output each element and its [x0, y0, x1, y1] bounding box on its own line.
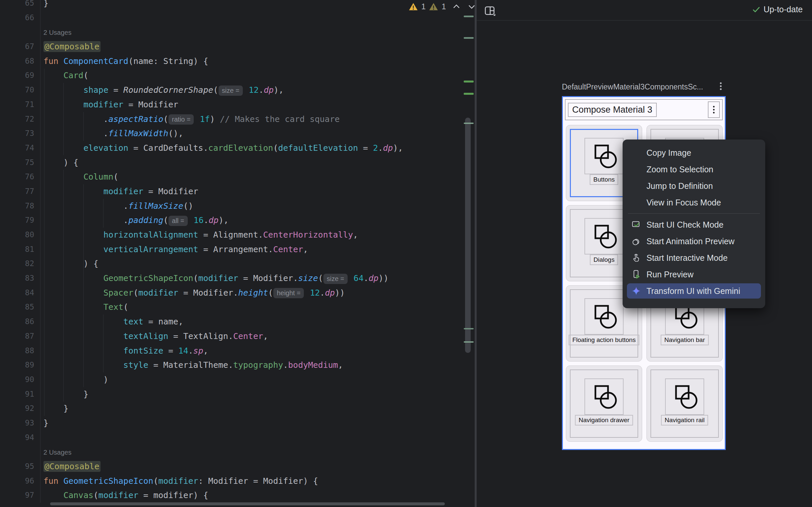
code-line: 83 GeometricShapeIcon(modifier = Modifie…	[0, 271, 475, 286]
inlay-hint-chip: size =	[323, 274, 348, 284]
inlay-hint-chip: height =	[273, 288, 304, 298]
line-number: 80	[0, 228, 41, 242]
line-number: 88	[0, 344, 41, 358]
line-number	[0, 445, 41, 459]
preview-title-row: DefaultPreviewMaterial3ComponentsSc...	[562, 81, 726, 93]
line-number: 70	[0, 83, 41, 98]
line-number: 74	[0, 141, 41, 155]
code-line: 87 textAlign = TextAlign.Center,	[0, 329, 475, 344]
error-stripe-mark	[464, 15, 474, 17]
inspection-widget[interactable]: 1 1	[409, 2, 475, 11]
preview-appbar: Compose Material 3	[565, 99, 723, 120]
error-stripe-mark	[464, 37, 474, 39]
code-line: 84 Spacer(modifier = Modifier.height(hei…	[0, 286, 475, 300]
preview-context-menu: Copy ImageZoom to SelectionJump to Defin…	[623, 139, 765, 308]
menu-item-start-ui-check-mode[interactable]: Start UI Check Mode	[623, 216, 765, 233]
sync-status: Up-to-date	[752, 5, 803, 14]
next-issue-chevron-icon[interactable]	[467, 2, 475, 11]
line-number: 97	[0, 488, 41, 503]
menu-item-run-preview[interactable]: Run Preview	[623, 266, 765, 283]
preview-options-kebab-icon[interactable]	[716, 81, 726, 93]
code-line: 97 Canvas(modifier = modifier) {	[0, 488, 475, 503]
component-label: Dialogs	[590, 255, 618, 265]
code-line: 81 verticalArrangement = Arrangement.Cen…	[0, 242, 475, 257]
code-line: 96fun GeometricShapeIcon(modifier: Modif…	[0, 474, 475, 489]
line-number: 91	[0, 387, 41, 402]
component-cell-navigation-drawer[interactable]: Navigation drawer	[566, 365, 642, 442]
component-label: Floating action buttons	[568, 335, 639, 345]
line-number: 90	[0, 373, 41, 387]
menu-item-start-animation-preview[interactable]: Start Animation Preview	[623, 233, 765, 249]
menu-item-label: Copy Image	[647, 148, 691, 158]
menu-item-label: Transform UI with Gemini	[647, 286, 740, 296]
code-line: 69 Card(	[0, 68, 475, 83]
editor-horizontal-scrollbar[interactable]	[50, 502, 445, 505]
code-line: 77 modifier = Modifier	[0, 184, 475, 199]
geometric-shape-icon	[585, 298, 623, 335]
menu-item-transform-ui-with-gemini[interactable]: Transform UI with Gemini	[623, 283, 765, 299]
menu-item-label: View in Focus Mode	[647, 198, 721, 208]
code-line: 70 shape = RoundedCornerShape(size = 12.…	[0, 83, 475, 98]
geometric-shape-icon	[585, 218, 623, 255]
sync-status-label: Up-to-date	[764, 5, 803, 14]
warning-count: 1	[421, 2, 425, 11]
menu-item-copy-image[interactable]: Copy Image	[623, 145, 765, 161]
error-stripe-mark	[464, 328, 474, 329]
editor-scrollbar-thumb[interactable]	[465, 118, 471, 353]
layout-mode-button[interactable]	[483, 4, 497, 18]
code-line: 67@Composable	[0, 40, 475, 54]
menu-item-jump-to-definition[interactable]: Jump to Definition	[623, 178, 765, 194]
geometric-shape-icon	[585, 379, 623, 415]
code-line: 76 Column(	[0, 170, 475, 184]
animation-icon	[631, 236, 641, 246]
editor-code: 65}662 Usages67@Composable68fun Componen…	[0, 0, 475, 503]
editor-scrollbar-track[interactable]	[452, 0, 463, 507]
code-line: 72 .aspectRatio(ratio = 1f) // Makes the…	[0, 112, 475, 127]
code-line: 93}	[0, 416, 475, 431]
code-line: 79 .padding(all = 16.dp),	[0, 213, 475, 228]
usage-hint-row: 2 Usages	[0, 25, 475, 40]
line-number: 77	[0, 184, 41, 199]
line-number: 66	[0, 11, 41, 25]
line-number: 68	[0, 54, 41, 69]
code-line: 91 }	[0, 387, 475, 402]
line-number: 79	[0, 213, 41, 228]
error-stripe-mark	[464, 93, 474, 95]
weak-warning-icon	[429, 2, 438, 11]
menu-item-label: Jump to Definition	[647, 181, 713, 191]
error-stripe-mark	[464, 80, 474, 82]
gemini-icon	[631, 286, 641, 296]
menu-item-label: Run Preview	[647, 270, 694, 279]
code-line: 74 elevation = CardDefaults.cardElevatio…	[0, 141, 475, 155]
previous-issue-chevron-icon[interactable]	[451, 2, 461, 11]
line-number: 67	[0, 40, 41, 54]
menu-item-start-interactive-mode[interactable]: Start Interactive Mode	[623, 249, 765, 266]
error-stripe-mark	[464, 123, 474, 124]
code-line: 65}	[0, 0, 475, 11]
line-number: 72	[0, 112, 41, 127]
line-number: 78	[0, 199, 41, 213]
menu-item-label: Zoom to Selection	[647, 165, 713, 174]
line-number: 95	[0, 459, 41, 474]
menu-item-zoom-to-selection[interactable]: Zoom to Selection	[623, 161, 765, 178]
warning-icon	[409, 2, 418, 11]
menu-item-label: Start UI Check Mode	[647, 220, 723, 230]
component-label: Navigation rail	[661, 415, 708, 426]
error-stripe-mark	[464, 341, 474, 343]
preview-appbar-kebab-icon	[708, 101, 720, 118]
code-editor[interactable]: 65}662 Usages67@Composable68fun Componen…	[0, 0, 475, 507]
component-label: Navigation bar	[661, 335, 709, 345]
line-number: 76	[0, 170, 41, 184]
code-line: 94	[0, 431, 475, 445]
usages-hint[interactable]: 2 Usages	[44, 449, 72, 456]
component-cell-navigation-rail[interactable]: Navigation rail	[647, 365, 723, 442]
line-number: 93	[0, 416, 41, 431]
inlay-hint-chip: size =	[218, 86, 243, 96]
line-number: 96	[0, 474, 41, 489]
menu-item-view-in-focus-mode[interactable]: View in Focus Mode	[623, 194, 765, 211]
code-line: 95@Composable	[0, 459, 475, 474]
code-line: 89 style = MaterialTheme.typography.body…	[0, 358, 475, 373]
usages-hint[interactable]: 2 Usages	[44, 29, 72, 36]
line-number: 83	[0, 271, 41, 286]
line-number: 87	[0, 329, 41, 344]
